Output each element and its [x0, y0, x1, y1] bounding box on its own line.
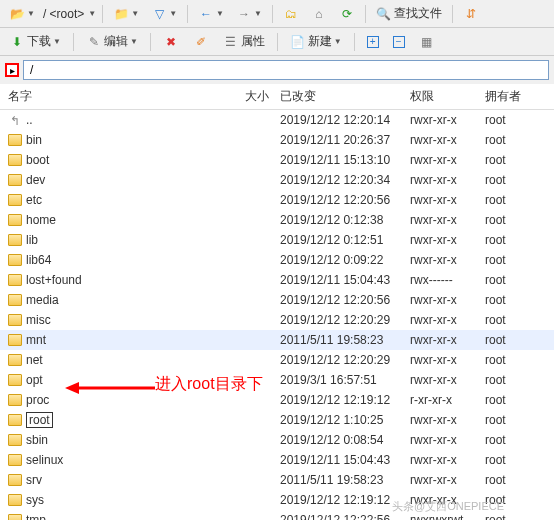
cell-perm: rwxr-xr-x	[410, 293, 485, 307]
col-header-size[interactable]: 大小	[245, 88, 280, 105]
refresh-button[interactable]: ⟳	[335, 4, 359, 24]
folder-icon	[8, 434, 22, 446]
cell-changed: 2019/12/11 15:04:43	[280, 273, 410, 287]
delete-icon: ✖	[163, 34, 179, 50]
cell-owner: root	[485, 153, 545, 167]
address-bar-row: ▸	[0, 56, 554, 84]
table-row[interactable]: opt2019/3/1 16:57:51rwxr-xr-xroot	[0, 370, 554, 390]
file-name: proc	[26, 393, 49, 407]
cell-perm: rwxr-xr-x	[410, 233, 485, 247]
up-dir-icon: ↰	[8, 114, 22, 126]
toolbar-bottom: ⬇下载▼ ✎编辑▼ ✖ ✐ ☰属性 📄新建▼ + − ▦	[0, 28, 554, 56]
edit-button[interactable]: ✎编辑▼	[82, 31, 142, 52]
table-row[interactable]: proc2019/12/12 12:19:12r-xr-xr-xroot	[0, 390, 554, 410]
cell-changed: 2019/12/12 1:10:25	[280, 413, 410, 427]
cell-changed: 2019/12/12 12:20:34	[280, 173, 410, 187]
cell-owner: root	[485, 273, 545, 287]
arrow-right-icon: →	[236, 6, 252, 22]
back-button[interactable]: ←▼	[194, 4, 228, 24]
cell-perm: rwxr-xr-x	[410, 433, 485, 447]
file-name: etc	[26, 193, 42, 207]
table-row[interactable]: media2019/12/12 12:20:56rwxr-xr-xroot	[0, 290, 554, 310]
cell-owner: root	[485, 173, 545, 187]
table-row[interactable]: tmp2019/12/12 12:22:56rwxrwxrwtroot	[0, 510, 554, 520]
cell-perm: rwxr-xr-x	[410, 373, 485, 387]
table-row[interactable]: selinux2019/12/11 15:04:43rwxr-xr-xroot	[0, 450, 554, 470]
cell-owner: root	[485, 413, 545, 427]
path-display: / <root>	[43, 7, 84, 21]
table-row[interactable]: etc2019/12/12 12:20:56rwxr-xr-xroot	[0, 190, 554, 210]
table-row[interactable]: lost+found2019/12/11 15:04:43rwx------ro…	[0, 270, 554, 290]
cell-changed: 2019/12/11 15:13:10	[280, 153, 410, 167]
file-name: misc	[26, 313, 51, 327]
download-button[interactable]: ⬇下载▼	[5, 31, 65, 52]
cell-owner: root	[485, 473, 545, 487]
col-header-changed[interactable]: 已改变	[280, 88, 410, 105]
delete-button[interactable]: ✖	[159, 32, 183, 52]
table-row[interactable]: sys2019/12/12 12:19:12rwxr-xr-xroot	[0, 490, 554, 510]
folder-icon	[8, 394, 22, 406]
expand-button[interactable]: +	[363, 34, 383, 50]
cell-changed: 2019/12/12 12:22:56	[280, 513, 410, 520]
collapse-button[interactable]: −	[389, 34, 409, 50]
folder-icon	[8, 194, 22, 206]
cell-owner: root	[485, 393, 545, 407]
folder-tree-icon: 🗂	[283, 6, 299, 22]
cell-owner: root	[485, 293, 545, 307]
cell-changed: 2011/5/11 19:58:23	[280, 333, 410, 347]
minus-box-icon: −	[393, 36, 405, 48]
search-icon: 🔍	[376, 6, 392, 22]
folder-tree-button[interactable]: 🗂	[279, 4, 303, 24]
cell-owner: root	[485, 513, 545, 520]
forward-button[interactable]: →▼	[232, 4, 266, 24]
cell-changed: 2019/12/12 0:12:51	[280, 233, 410, 247]
table-row[interactable]: boot2019/12/11 15:13:10rwxr-xr-xroot	[0, 150, 554, 170]
table-row[interactable]: sbin2019/12/12 0:08:54rwxr-xr-xroot	[0, 430, 554, 450]
sync-button[interactable]: ⇵	[459, 4, 483, 24]
table-row[interactable]: ↰..2019/12/12 12:20:14rwxr-xr-xroot	[0, 110, 554, 130]
table-row[interactable]: mnt2011/5/11 19:58:23rwxr-xr-xroot	[0, 330, 554, 350]
cell-owner: root	[485, 213, 545, 227]
col-header-perm[interactable]: 权限	[410, 88, 485, 105]
table-row[interactable]: srv2011/5/11 19:58:23rwxr-xr-xroot	[0, 470, 554, 490]
cell-perm: rwxr-xr-x	[410, 413, 485, 427]
home-button[interactable]: ⌂	[307, 4, 331, 24]
col-header-name[interactable]: 名字	[0, 88, 245, 105]
new-button[interactable]: 📄新建▼	[286, 31, 346, 52]
rename-button[interactable]: ✐	[189, 32, 213, 52]
new-folder-button[interactable]: 📁▼	[109, 4, 143, 24]
folder-icon	[8, 254, 22, 266]
file-name: selinux	[26, 453, 63, 467]
cell-perm: rwxr-xr-x	[410, 253, 485, 267]
table-row[interactable]: home2019/12/12 0:12:38rwxr-xr-xroot	[0, 210, 554, 230]
folder-icon	[8, 494, 22, 506]
folder-open-icon: 📂	[9, 6, 25, 22]
properties-button[interactable]: ☰属性	[219, 31, 269, 52]
cell-changed: 2019/12/12 0:08:54	[280, 433, 410, 447]
file-name: ..	[26, 113, 33, 127]
cell-changed: 2019/12/12 12:20:29	[280, 313, 410, 327]
view-button[interactable]: ▦	[415, 32, 439, 52]
table-row[interactable]: root2019/12/12 1:10:25rwxr-xr-xroot	[0, 410, 554, 430]
open-folder-button[interactable]: 📂▼	[5, 4, 39, 24]
cell-changed: 2019/12/12 12:20:56	[280, 193, 410, 207]
download-icon: ⬇	[9, 34, 25, 50]
filter-button[interactable]: ▽▼	[147, 4, 181, 24]
table-row[interactable]: misc2019/12/12 12:20:29rwxr-xr-xroot	[0, 310, 554, 330]
table-row[interactable]: bin2019/12/11 20:26:37rwxr-xr-xroot	[0, 130, 554, 150]
cell-owner: root	[485, 193, 545, 207]
table-row[interactable]: lib2019/12/12 0:12:51rwxr-xr-xroot	[0, 230, 554, 250]
table-row[interactable]: net2019/12/12 12:20:29rwxr-xr-xroot	[0, 350, 554, 370]
find-button[interactable]: 🔍查找文件	[372, 3, 446, 24]
table-row[interactable]: lib642019/12/12 0:09:22rwxr-xr-xroot	[0, 250, 554, 270]
sync-icon: ⇵	[463, 6, 479, 22]
path-dropdown-icon[interactable]: ▼	[88, 9, 96, 18]
table-row[interactable]: dev2019/12/12 12:20:34rwxr-xr-xroot	[0, 170, 554, 190]
col-header-owner[interactable]: 拥有者	[485, 88, 545, 105]
cell-perm: rwxr-xr-x	[410, 113, 485, 127]
address-input[interactable]	[23, 60, 549, 80]
home-icon: ⌂	[311, 6, 327, 22]
toolbar-top: 📂▼ / <root> ▼ 📁▼ ▽▼ ←▼ →▼ 🗂 ⌂ ⟳ 🔍查找文件 ⇵	[0, 0, 554, 28]
cell-changed: 2019/3/1 16:57:51	[280, 373, 410, 387]
file-name: bin	[26, 133, 42, 147]
